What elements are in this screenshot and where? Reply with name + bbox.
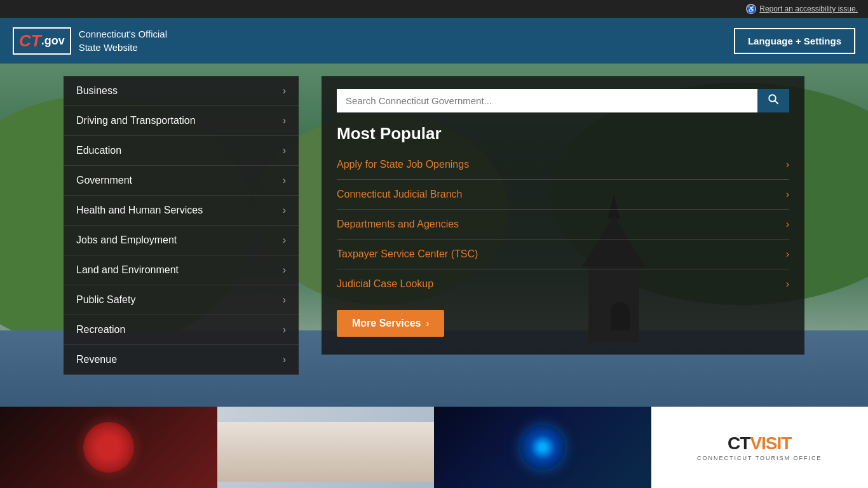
nav-item-revenue[interactable]: Revenue › <box>64 345 299 375</box>
search-input[interactable] <box>337 89 757 112</box>
search-button[interactable] <box>757 89 789 112</box>
nav-label-education: Education <box>76 145 121 156</box>
search-icon <box>768 93 779 105</box>
logo-ct: CT <box>19 31 41 51</box>
virus-image <box>83 422 134 473</box>
nav-label-jobs-employment: Jobs and Employment <box>76 234 177 246</box>
popular-item-departments-agencies[interactable]: Departments and Agencies › <box>337 210 789 240</box>
card-bio[interactable] <box>434 407 651 488</box>
more-services-chevron-icon: › <box>426 318 430 329</box>
nav-arrow-health: › <box>283 205 286 216</box>
card-ctvisit[interactable]: CTVISIT Connecticut Tourism Office <box>651 407 869 488</box>
ctvisit-ct: CT <box>728 433 750 453</box>
people-image <box>217 422 435 482</box>
top-bar: ♿ Report an accessibility issue. <box>0 0 868 18</box>
accessibility-label: Report an accessibility issue. <box>759 4 858 13</box>
nav-arrow-recreation: › <box>283 324 286 336</box>
more-services-button[interactable]: More Services › <box>337 310 444 337</box>
ctvisit-subtitle: Connecticut Tourism Office <box>697 455 822 461</box>
hero-section: Business › Driving and Transportation › … <box>0 64 868 407</box>
language-settings-button[interactable]: Language + Settings <box>734 28 855 54</box>
most-popular-title: Most Popular <box>337 124 789 144</box>
popular-label-departments-agencies: Departments and Agencies <box>337 219 459 230</box>
more-services-label: More Services <box>352 318 421 329</box>
bio-image <box>520 425 565 470</box>
nav-item-land-environment[interactable]: Land and Environment › <box>64 255 299 285</box>
popular-arrow-departments: › <box>786 219 789 230</box>
nav-menu: Business › Driving and Transportation › … <box>64 76 299 375</box>
nav-label-land-environment: Land and Environment <box>76 264 179 276</box>
ctvisit-visit: VISIT <box>750 433 791 453</box>
nav-arrow-land: › <box>283 264 286 276</box>
nav-label-business: Business <box>76 85 118 97</box>
popular-label-state-jobs: Apply for State Job Openings <box>337 159 469 170</box>
popular-item-state-jobs[interactable]: Apply for State Job Openings › <box>337 150 789 180</box>
nav-item-jobs-employment[interactable]: Jobs and Employment › <box>64 226 299 255</box>
popular-label-judicial-case-lookup: Judicial Case Lookup <box>337 278 433 290</box>
nav-arrow-government: › <box>283 175 286 186</box>
nav-arrow-business: › <box>283 85 286 97</box>
nav-arrow-jobs: › <box>283 234 286 246</box>
search-bar <box>337 89 789 112</box>
card-people[interactable] <box>217 407 435 488</box>
logo-area[interactable]: CT.gov Connecticut's Official State Webs… <box>13 27 167 55</box>
header: CT.gov Connecticut's Official State Webs… <box>0 18 868 64</box>
nav-item-recreation[interactable]: Recreation › <box>64 315 299 345</box>
popular-label-judicial-branch: Connecticut Judicial Branch <box>337 189 462 200</box>
logo-text: Connecticut's Official State Website <box>79 27 167 54</box>
nav-item-government[interactable]: Government › <box>64 166 299 196</box>
popular-arrow-state-jobs: › <box>786 159 789 170</box>
nav-label-public-safety: Public Safety <box>76 294 135 306</box>
right-panel: Most Popular Apply for State Job Opening… <box>322 76 804 355</box>
nav-item-health-human-services[interactable]: Health and Human Services › <box>64 196 299 226</box>
nav-item-public-safety[interactable]: Public Safety › <box>64 285 299 315</box>
site-name-line1: Connecticut's Official <box>79 27 167 41</box>
bottom-cards: CTVISIT Connecticut Tourism Office <box>0 407 868 488</box>
accessibility-link[interactable]: ♿ Report an accessibility issue. <box>746 4 858 14</box>
popular-arrow-judicial-branch: › <box>786 189 789 200</box>
nav-label-driving-transportation: Driving and Transportation <box>76 115 196 126</box>
nav-item-driving-transportation[interactable]: Driving and Transportation › <box>64 106 299 136</box>
popular-item-judicial-branch[interactable]: Connecticut Judicial Branch › <box>337 180 789 210</box>
accessibility-icon: ♿ <box>746 4 756 14</box>
ctvisit-logo: CTVISIT <box>728 433 791 454</box>
nav-label-health-human-services: Health and Human Services <box>76 205 203 216</box>
popular-item-judicial-case-lookup[interactable]: Judicial Case Lookup › <box>337 269 789 299</box>
card-virus[interactable] <box>0 407 217 488</box>
nav-label-government: Government <box>76 175 132 186</box>
nav-arrow-revenue: › <box>283 354 286 365</box>
nav-arrow-driving: › <box>283 115 286 126</box>
svg-line-1 <box>775 101 778 104</box>
site-name-line2: State Website <box>79 41 167 54</box>
nav-label-recreation: Recreation <box>76 324 125 336</box>
nav-label-revenue: Revenue <box>76 354 117 365</box>
popular-item-taxpayer-service[interactable]: Taxpayer Service Center (TSC) › <box>337 240 789 269</box>
popular-label-taxpayer-service: Taxpayer Service Center (TSC) <box>337 248 478 260</box>
nav-arrow-public-safety: › <box>283 294 286 306</box>
nav-arrow-education: › <box>283 145 286 156</box>
popular-arrow-taxpayer: › <box>786 248 789 260</box>
nav-item-education[interactable]: Education › <box>64 136 299 166</box>
nav-item-business[interactable]: Business › <box>64 76 299 106</box>
svg-point-0 <box>769 95 776 102</box>
popular-arrow-judicial-case: › <box>786 278 789 290</box>
logo-box: CT.gov <box>13 27 71 55</box>
logo-gov: .gov <box>41 34 65 48</box>
